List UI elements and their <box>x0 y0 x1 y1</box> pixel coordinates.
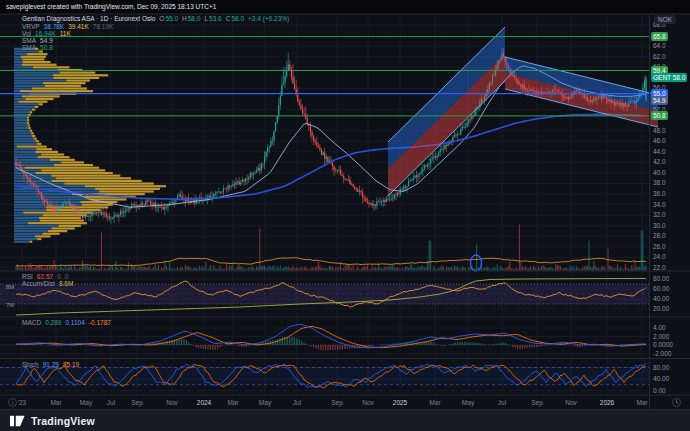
stoch-legend[interactable]: Stoch 91.29 85.19 <box>22 361 79 368</box>
open-value: 55.0 <box>165 15 178 22</box>
rsi-value: 62.57 <box>37 273 53 280</box>
accdist-value: 8.6M <box>59 280 73 287</box>
timezone-clock-icon[interactable] <box>672 398 681 407</box>
macd-line-value: 0.1104 <box>65 319 84 326</box>
macd-signal-value: -0.1787 <box>89 319 111 326</box>
rsi-legend[interactable]: RSI 62.57 0 0 <box>22 273 68 280</box>
tradingview-snapshot: savepiglevest created with TradingView.c… <box>0 0 690 431</box>
sma2-value: 50.8 <box>40 44 53 51</box>
change-value: +3.4 (+6.23%) <box>248 15 289 22</box>
open-label: O <box>159 15 164 22</box>
tradingview-logo-icon[interactable] <box>10 415 25 427</box>
macd-label: MACD <box>22 319 41 326</box>
symbol-title: Gentian Diagnostics ASA · 1D · Euronext … <box>22 15 155 22</box>
accdist-label: Accum/Dist <box>22 280 55 287</box>
currency-button[interactable]: NOK <box>654 15 676 24</box>
volume-label: Vol <box>22 30 31 37</box>
high-label: H <box>182 15 187 22</box>
tradingview-brand[interactable]: TradingView <box>31 415 95 427</box>
footer-bar: TradingView <box>0 410 690 431</box>
symbol-legend[interactable]: Gentian Diagnostics ASA · 1D · Euronext … <box>22 15 289 22</box>
sma2-legend[interactable]: SMA 50.8 <box>22 44 53 51</box>
macd-hist-value: 0.289 <box>45 319 61 326</box>
vrvp-label: VRVP <box>22 23 40 30</box>
close-value: 58.0 <box>231 15 244 22</box>
clock-glyph <box>673 399 680 406</box>
rsi-extra-2: 0 <box>65 273 69 280</box>
rsi-label: RSI <box>22 273 33 280</box>
vrvp-value-1: 38.78K <box>44 23 65 30</box>
low-value: 53.6 <box>209 15 222 22</box>
sma2-label: SMA <box>22 44 36 51</box>
session-info-icon[interactable]: i <box>8 398 17 407</box>
sma1-label: SMA <box>22 37 36 44</box>
sma1-legend[interactable]: SMA 54.9 <box>22 37 53 44</box>
rsi-extra-1: 0 <box>57 273 61 280</box>
accdist-legend[interactable]: Accum/Dist 8.6M <box>22 280 73 287</box>
close-label: C <box>226 15 231 22</box>
volume-ma-value: 11K <box>60 30 71 37</box>
macd-legend[interactable]: MACD 0.289 0.1104 -0.1787 <box>22 319 111 326</box>
stoch-label: Stoch <box>22 361 39 368</box>
high-value: 58.0 <box>188 15 201 22</box>
low-label: L <box>204 15 208 22</box>
volume-value: 16.94K <box>35 30 56 37</box>
vrvp-value-2: 39.41K <box>68 23 89 30</box>
stoch-d-value: 85.19 <box>63 361 79 368</box>
sma1-value: 54.9 <box>40 37 53 44</box>
vrvp-value-3: 78.19K <box>93 23 114 30</box>
volume-legend[interactable]: Vol 16.94K 11K <box>22 30 71 37</box>
vrvp-legend[interactable]: VRVP 38.78K 39.41K 78.19K <box>22 23 113 30</box>
stoch-k-value: 91.29 <box>43 361 59 368</box>
chart-canvas[interactable] <box>0 0 690 431</box>
